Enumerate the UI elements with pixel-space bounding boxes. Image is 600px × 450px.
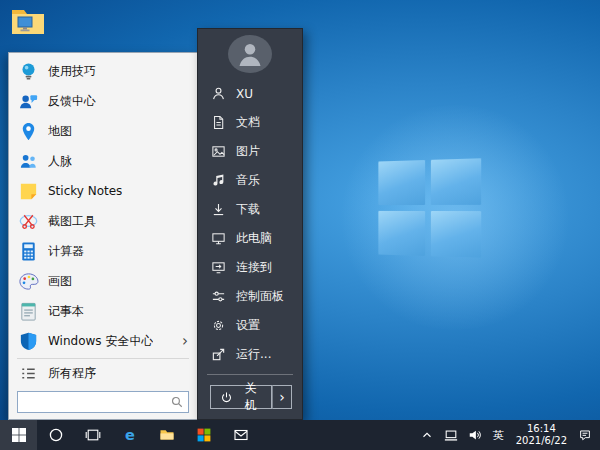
sticky-notes-icon xyxy=(18,181,39,202)
start-menu-item-downloads[interactable]: 下载 xyxy=(198,195,302,224)
search-icon xyxy=(170,395,184,409)
taskbar-button-cortana[interactable] xyxy=(37,420,74,450)
music-icon xyxy=(211,173,226,188)
menu-item-label: 此电脑 xyxy=(236,230,272,247)
menu-item-label: 控制面板 xyxy=(236,288,284,305)
start-menu-left-list: 使用技巧反馈中心地图人脉Sticky Notes截图工具计算器画图记事本Wind… xyxy=(9,56,197,356)
notepad-icon xyxy=(18,301,39,322)
menu-item-label: 连接到 xyxy=(236,259,272,276)
start-menu-item-connect-to[interactable]: 连接到 xyxy=(198,253,302,282)
taskbar-clock[interactable]: 16:14 2021/6/22 xyxy=(510,423,573,447)
search-box xyxy=(17,391,189,413)
start-menu-right-panel: XU文档图片音乐下载此电脑连接到控制面板设置运行... 关机 › xyxy=(197,28,303,420)
taskbar-button-mail[interactable] xyxy=(222,420,259,450)
menu-item-label: 图片 xyxy=(236,143,260,160)
run-icon xyxy=(211,347,226,362)
chevron-right-icon: › xyxy=(279,390,285,404)
start-menu-item-calculator[interactable]: 计算器 xyxy=(9,236,197,266)
paint-icon xyxy=(18,271,39,292)
shutdown-button[interactable]: 关机 xyxy=(210,385,272,409)
network-tray-button[interactable] xyxy=(439,420,463,450)
desktop-shortcut-computer-folder[interactable] xyxy=(10,5,46,39)
start-menu-item-people[interactable]: 人脉 xyxy=(9,146,197,176)
menu-item-label: Sticky Notes xyxy=(48,184,122,198)
download-icon xyxy=(211,202,226,217)
task-view-icon xyxy=(85,427,101,443)
system-tray: 英 16:14 2021/6/22 xyxy=(415,420,600,450)
start-menu-item-pictures[interactable]: 图片 xyxy=(198,137,302,166)
taskbar: e 英 16:14 2021/6/22 xyxy=(0,420,600,450)
notification-center-button[interactable] xyxy=(573,420,600,450)
computer-icon xyxy=(211,231,226,246)
menu-divider xyxy=(17,358,189,359)
connect-icon xyxy=(211,260,226,275)
shutdown-options-button[interactable]: › xyxy=(272,385,292,409)
svg-text:e: e xyxy=(125,427,135,443)
start-menu-left-panel: 使用技巧反馈中心地图人脉Sticky Notes截图工具计算器画图记事本Wind… xyxy=(8,52,197,420)
chevron-right-icon: › xyxy=(182,334,188,349)
menu-item-label: XU xyxy=(236,87,253,101)
taskbar-button-task-view[interactable] xyxy=(74,420,111,450)
start-menu-item-settings[interactable]: 设置 xyxy=(198,311,302,340)
start-search-input[interactable] xyxy=(17,391,189,413)
start-menu-item-notepad[interactable]: 记事本 xyxy=(9,296,197,326)
notification-icon xyxy=(578,428,592,442)
folder-icon xyxy=(159,427,175,443)
tips-icon xyxy=(18,61,39,82)
network-icon xyxy=(444,428,458,442)
start-menu-item-windows-security[interactable]: Windows 安全中心› xyxy=(9,326,197,356)
taskbar-button-edge[interactable]: e xyxy=(111,420,148,450)
taskbar-buttons: e xyxy=(0,420,259,450)
menu-item-label: 地图 xyxy=(48,123,72,140)
snipping-tool-icon xyxy=(18,211,39,232)
people-icon xyxy=(18,151,39,172)
start-menu-item-maps[interactable]: 地图 xyxy=(9,116,197,146)
power-icon xyxy=(220,391,233,404)
edge-icon: e xyxy=(122,427,138,443)
pictures-icon xyxy=(211,144,226,159)
start-menu-item-control-panel[interactable]: 控制面板 xyxy=(198,282,302,311)
taskbar-button-file-explorer[interactable] xyxy=(148,420,185,450)
taskbar-button-start[interactable] xyxy=(0,420,37,450)
start-menu-item-user[interactable]: XU xyxy=(198,79,302,108)
document-icon xyxy=(211,115,226,130)
menu-item-label: 音乐 xyxy=(236,172,260,189)
store-icon xyxy=(196,427,212,443)
hidden-icons-button[interactable] xyxy=(415,420,439,450)
start-menu-item-music[interactable]: 音乐 xyxy=(198,166,302,195)
start-menu-right-list: XU文档图片音乐下载此电脑连接到控制面板设置运行... xyxy=(198,79,302,369)
start-menu-item-paint[interactable]: 画图 xyxy=(9,266,197,296)
maps-icon xyxy=(18,121,39,142)
chevron-up-icon xyxy=(420,428,434,442)
calculator-icon xyxy=(18,241,39,262)
all-programs-button[interactable]: 所有程序 xyxy=(9,361,197,386)
start-menu-item-run[interactable]: 运行... xyxy=(198,340,302,369)
logo-pane xyxy=(431,158,481,205)
taskbar-button-store[interactable] xyxy=(185,420,222,450)
start-menu-item-sticky-notes[interactable]: Sticky Notes xyxy=(9,176,197,206)
screen: 使用技巧反馈中心地图人脉Sticky Notes截图工具计算器画图记事本Wind… xyxy=(0,0,600,450)
start-menu-item-snipping-tool[interactable]: 截图工具 xyxy=(9,206,197,236)
menu-item-label: 下载 xyxy=(236,201,260,218)
start-menu-item-feedback-hub[interactable]: 反馈中心 xyxy=(9,86,197,116)
start-menu-item-this-pc[interactable]: 此电脑 xyxy=(198,224,302,253)
mail-icon xyxy=(233,427,249,443)
shutdown-label: 关机 xyxy=(239,380,262,414)
menu-item-label: 画图 xyxy=(48,273,72,290)
language-indicator[interactable]: 英 xyxy=(487,420,510,450)
user-avatar[interactable] xyxy=(228,35,272,73)
start-menu-item-tips[interactable]: 使用技巧 xyxy=(9,56,197,86)
menu-item-label: 设置 xyxy=(236,317,260,334)
control-panel-icon xyxy=(211,289,226,304)
all-programs-icon xyxy=(18,363,39,384)
start-menu-item-documents[interactable]: 文档 xyxy=(198,108,302,137)
menu-item-label: Windows 安全中心 xyxy=(48,333,153,350)
clock-date: 2021/6/22 xyxy=(516,435,567,447)
user-silhouette-icon xyxy=(235,39,265,69)
logo-pane xyxy=(378,211,425,256)
user-icon xyxy=(211,86,226,101)
menu-item-label: 截图工具 xyxy=(48,213,96,230)
security-icon xyxy=(18,331,39,352)
volume-tray-button[interactable] xyxy=(463,420,487,450)
windows-logo-icon xyxy=(11,427,27,443)
